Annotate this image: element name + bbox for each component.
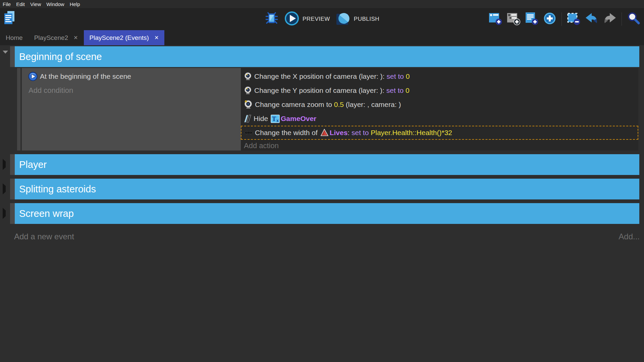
- debugger-icon: [264, 11, 279, 27]
- collapse-triangle: [3, 208, 6, 219]
- menu-item-file[interactable]: File: [3, 1, 11, 7]
- events-toolbar: [488, 8, 641, 30]
- text-segment: Hide: [254, 115, 270, 123]
- chevron-right-icon[interactable]: [3, 186, 6, 192]
- group-header-splitting-asteroids[interactable]: Splitting asteroids: [15, 179, 639, 199]
- text-segment: 0.5: [334, 101, 344, 109]
- group-title: Beginning of scene: [19, 51, 102, 62]
- svg-text:x: x: [276, 118, 279, 123]
- group-drag-handle[interactable]: [10, 46, 15, 67]
- tab-home[interactable]: Home: [0, 30, 29, 45]
- publish-globe-icon: [335, 11, 351, 27]
- actions-column: Change the X position of camera (layer: …: [241, 68, 638, 150]
- text-segment: :: [347, 129, 352, 137]
- text-segment: Change camera zoom to: [255, 101, 334, 109]
- camera-zoom-icon: [244, 100, 253, 109]
- camera-icon: [244, 72, 252, 81]
- preview-button[interactable]: PREVIEW: [284, 11, 330, 27]
- scene-begin-icon: [28, 71, 38, 81]
- tab-bar: HomePlayScene2✕PlayScene2 (Events)✕: [0, 30, 644, 45]
- group-title: Screen wrap: [19, 208, 74, 219]
- publish-button[interactable]: PUBLISH: [335, 11, 379, 27]
- width-icon: [244, 128, 253, 137]
- search-button[interactable]: [627, 12, 641, 26]
- action-row[interactable]: Change the X position of camera (layer: …: [241, 69, 638, 83]
- text-segment: set to: [352, 129, 369, 137]
- group-header-player[interactable]: Player: [15, 154, 639, 175]
- text-segment: Change the Y position of camera (layer: …: [254, 86, 386, 95]
- toolbar: PREVIEW PUBLISH: [0, 8, 644, 30]
- menu-item-edit[interactable]: Edit: [16, 1, 25, 7]
- delete-selection-button[interactable]: [567, 12, 581, 26]
- add-sub-event-button[interactable]: [506, 12, 521, 26]
- text-segment: 0: [404, 86, 410, 95]
- chevron-right-icon[interactable]: [3, 162, 6, 168]
- events-sheet: Beginning of sceneAt the beginning of th…: [0, 45, 644, 362]
- add-comment-icon: [525, 11, 539, 27]
- action-row[interactable]: Change camera zoom to 0.5 (layer: , came…: [241, 98, 638, 112]
- text-segment: GameOver: [281, 115, 316, 123]
- add-more-button[interactable]: Add...: [619, 232, 640, 241]
- menu-item-help[interactable]: Help: [70, 1, 80, 7]
- chevron-right-icon[interactable]: [3, 210, 6, 217]
- group-drag-handle[interactable]: [10, 179, 15, 199]
- add-event-icon: [488, 11, 502, 27]
- text-segment: Change the X position of camera (layer: …: [254, 72, 387, 80]
- menu-item-window[interactable]: Window: [46, 1, 64, 7]
- lives-object-icon: [320, 129, 329, 137]
- camera-icon: [244, 86, 252, 95]
- action-row[interactable]: Hide TxGameOver: [241, 112, 638, 126]
- choose-add-event-icon: [543, 11, 557, 27]
- add-new-event-button[interactable]: Add a new event: [14, 232, 74, 241]
- text-object-icon: Tx: [271, 115, 280, 123]
- group-header-screen-wrap[interactable]: Screen wrap: [15, 203, 639, 224]
- preview-label: PREVIEW: [303, 16, 330, 22]
- collapse-triangle: [3, 159, 6, 170]
- text-segment: (layer: , camera: ): [344, 101, 401, 109]
- tab-label: PlayScene2: [34, 34, 68, 42]
- text-segment: Lives: [330, 129, 348, 137]
- tab-close-icon[interactable]: ✕: [154, 35, 159, 41]
- add-condition-button[interactable]: Add condition: [22, 83, 241, 98]
- redo-icon: [602, 11, 617, 27]
- condition-row[interactable]: At the beginning of the scene: [22, 69, 241, 83]
- text-segment: Change the width of: [255, 129, 320, 137]
- choose-add-event-button[interactable]: [543, 12, 557, 26]
- collapse-triangle: [3, 183, 6, 194]
- group-title: Splitting asteroids: [19, 184, 96, 195]
- event-body: At the beginning of the sceneAdd conditi…: [0, 68, 644, 150]
- text-segment: At the beginning of the scene: [40, 72, 131, 80]
- add-comment-button[interactable]: [525, 12, 539, 26]
- event-group-player: Player: [0, 154, 644, 175]
- tab-close-icon[interactable]: ✕: [73, 35, 78, 41]
- tab-playscene2[interactable]: PlayScene2✕: [29, 30, 84, 45]
- group-drag-handle[interactable]: [10, 203, 15, 224]
- event-drag-handle[interactable]: [17, 68, 20, 150]
- search-icon: [627, 11, 641, 27]
- tab-label: PlayScene2 (Events): [90, 34, 149, 42]
- add-action-button[interactable]: Add action: [241, 140, 638, 152]
- text-segment: Player.Health::Health()*32: [369, 129, 452, 137]
- svg-text:T: T: [272, 116, 276, 122]
- add-event-row: Add a new eventAdd...: [0, 230, 644, 243]
- action-row[interactable]: Change the Y position of camera (layer: …: [241, 83, 638, 98]
- action-row-selected[interactable]: Change the width of Lives: set to Player…: [241, 126, 638, 140]
- tab-playscene2-events-[interactable]: PlayScene2 (Events)✕: [84, 30, 165, 45]
- group-drag-handle[interactable]: [10, 154, 15, 175]
- text-segment: set to: [387, 72, 404, 80]
- redo-button[interactable]: [603, 12, 617, 26]
- menu-bar: FileEditViewWindowHelp: [0, 0, 644, 8]
- add-event-button[interactable]: [488, 12, 502, 26]
- preview-play-icon: [284, 11, 300, 27]
- event-group-splitting-asteroids: Splitting asteroids: [0, 179, 644, 199]
- menu-item-view[interactable]: View: [30, 1, 41, 7]
- debugger-button[interactable]: [265, 12, 279, 26]
- event-group-beginning-of-scene: Beginning of scene: [0, 46, 644, 67]
- collapse-triangle: [3, 51, 8, 59]
- undo-button[interactable]: [585, 12, 599, 26]
- tab-label: Home: [6, 34, 23, 42]
- chevron-down-icon[interactable]: [3, 54, 8, 60]
- group-header-beginning-of-scene[interactable]: Beginning of scene: [15, 46, 639, 67]
- undo-icon: [584, 11, 599, 27]
- text-segment: set to: [386, 86, 404, 95]
